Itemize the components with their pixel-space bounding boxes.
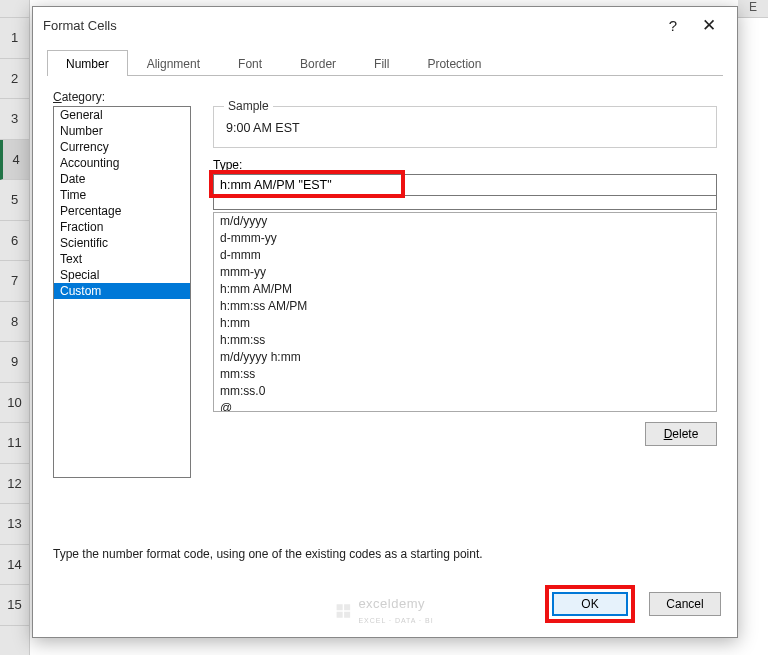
format-item[interactable]: m/d/yyyy [214, 213, 716, 230]
format-item[interactable]: mm:ss.0 [214, 383, 716, 400]
type-label: Type: [213, 158, 717, 172]
tab-protection[interactable]: Protection [408, 50, 500, 76]
tab-alignment[interactable]: Alignment [128, 50, 219, 76]
row-header[interactable]: 12 [0, 464, 29, 505]
delete-button[interactable]: Delete [645, 422, 717, 446]
row-header[interactable]: 5 [0, 180, 29, 221]
format-item[interactable]: mmm-yy [214, 264, 716, 281]
category-item[interactable]: Accounting [54, 155, 190, 171]
format-item[interactable]: d-mmm-yy [214, 230, 716, 247]
category-item[interactable]: Fraction [54, 219, 190, 235]
row-header[interactable]: 10 [0, 383, 29, 424]
format-item[interactable]: d-mmm [214, 247, 716, 264]
row-header[interactable]: 13 [0, 504, 29, 545]
category-item[interactable]: Custom [54, 283, 190, 299]
format-item[interactable]: h:mm [214, 315, 716, 332]
format-item[interactable]: h:mm:ss [214, 332, 716, 349]
cancel-button[interactable]: Cancel [649, 592, 721, 616]
category-item[interactable]: Text [54, 251, 190, 267]
format-item[interactable]: m/d/yyyy h:mm [214, 349, 716, 366]
format-listbox[interactable]: m/d/yyyyd-mmm-yyd-mmmmmm-yyh:mm AM/PMh:m… [213, 212, 717, 412]
format-item[interactable]: h:mm AM/PM [214, 281, 716, 298]
column-header-e[interactable]: E [738, 0, 768, 18]
category-item[interactable]: Number [54, 123, 190, 139]
dialog-footer: OK Cancel [33, 577, 737, 637]
row-header[interactable]: 1 [0, 18, 29, 59]
format-item[interactable]: mm:ss [214, 366, 716, 383]
tab-border[interactable]: Border [281, 50, 355, 76]
category-item[interactable]: General [54, 107, 190, 123]
format-cells-dialog: Format Cells ? ✕ NumberAlignmentFontBord… [32, 6, 738, 638]
row-header[interactable]: 9 [0, 342, 29, 383]
sample-group: Sample 9:00 AM EST [213, 106, 717, 148]
category-item[interactable]: Date [54, 171, 190, 187]
format-item[interactable]: h:mm:ss AM/PM [214, 298, 716, 315]
ok-button[interactable]: OK [552, 592, 628, 616]
category-item[interactable]: Scientific [54, 235, 190, 251]
sample-value: 9:00 AM EST [226, 121, 704, 135]
sample-legend: Sample [224, 99, 273, 113]
row-header[interactable]: 6 [0, 221, 29, 262]
tab-fill[interactable]: Fill [355, 50, 408, 76]
dialog-title: Format Cells [43, 18, 117, 33]
instruction-text: Type the number format code, using one o… [53, 547, 717, 561]
format-item[interactable]: @ [214, 400, 716, 412]
row-header[interactable]: 14 [0, 545, 29, 586]
help-button[interactable]: ? [655, 7, 691, 43]
row-header[interactable]: 2 [0, 59, 29, 100]
type-input-full[interactable] [213, 174, 717, 196]
category-item[interactable]: Percentage [54, 203, 190, 219]
row-header[interactable]: 8 [0, 302, 29, 343]
tab-font[interactable]: Font [219, 50, 281, 76]
category-label: Category: [53, 90, 717, 104]
category-item[interactable]: Time [54, 187, 190, 203]
close-button[interactable]: ✕ [691, 7, 727, 43]
category-item[interactable]: Special [54, 267, 190, 283]
category-listbox[interactable]: GeneralNumberCurrencyAccountingDateTimeP… [53, 106, 191, 478]
row-header[interactable]: 3 [0, 99, 29, 140]
tab-number[interactable]: Number [47, 50, 128, 76]
category-item[interactable]: Currency [54, 139, 190, 155]
row-headers: 123456789101112131415 [0, 0, 30, 655]
right-pane: Sample 9:00 AM EST Type: m/d/yyyyd-mmm-y… [213, 106, 717, 535]
row-header[interactable]: 15 [0, 585, 29, 626]
row-header[interactable]: 7 [0, 261, 29, 302]
tab-strip: NumberAlignmentFontBorderFillProtection [47, 49, 723, 76]
dialog-titlebar: Format Cells ? ✕ [33, 7, 737, 43]
dialog-body: Category: GeneralNumberCurrencyAccountin… [33, 76, 737, 577]
row-header[interactable]: 11 [0, 423, 29, 464]
row-header[interactable]: 4 [0, 140, 29, 181]
